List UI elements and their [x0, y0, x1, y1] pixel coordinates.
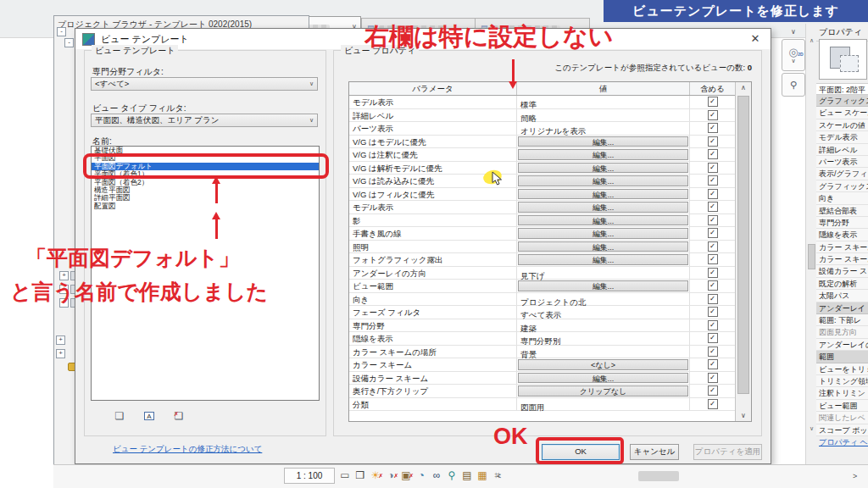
template-list-item[interactable]: 配置図 [92, 202, 319, 210]
property-row[interactable]: 照明編集...✓ [349, 241, 735, 254]
include-checkbox[interactable]: ✓ [708, 215, 718, 225]
header-include[interactable]: 含める [690, 82, 735, 95]
shadows-off-icon[interactable]: ◑✗ [385, 469, 397, 482]
glasses-icon[interactable]: ∞ [431, 469, 442, 482]
rename-template-icon[interactable]: A [143, 410, 155, 422]
property-row[interactable]: フォトグラフィック露出編集...✓ [349, 253, 735, 267]
visual-style-icon[interactable]: ▭ [339, 469, 351, 482]
edit-button[interactable]: クリップなし [518, 385, 688, 396]
zoom-tool[interactable]: ⚲ [782, 73, 805, 97]
include-checkbox[interactable]: ✓ [708, 333, 718, 343]
include-checkbox[interactable]: ✓ [708, 202, 718, 212]
palette-property-row[interactable]: 範囲: 下部レ [816, 314, 868, 326]
property-row[interactable]: 影編集...✓ [349, 214, 735, 228]
edit-button[interactable]: 編集... [518, 136, 688, 147]
edit-button[interactable]: 編集... [518, 215, 688, 226]
palette-property-row[interactable]: パーツ表示 [816, 156, 868, 168]
palette-property-row[interactable]: 注釈トリミン [816, 387, 868, 399]
palette-property-row[interactable]: 壁結合部表 [816, 205, 868, 217]
duplicate-template-icon[interactable]: ❏ [114, 410, 125, 422]
displacement-icon[interactable]: ▦ [476, 469, 488, 482]
help-link[interactable]: ビュー テンプレートの修正方法について [113, 444, 262, 455]
palette-property-row[interactable]: 専門分野 [816, 217, 868, 229]
close-icon[interactable]: ✕ [748, 32, 762, 45]
include-checkbox[interactable]: ✓ [708, 241, 718, 252]
include-checkbox[interactable]: ✓ [708, 399, 718, 409]
tree-collapse-icon[interactable]: - [64, 38, 74, 47]
property-row[interactable]: 隠線を表示専門分野別✓ [349, 332, 735, 346]
property-row[interactable]: V/G はフィルタに優先編集...✓ [349, 188, 735, 202]
property-row[interactable]: モデル表示編集...✓ [349, 201, 735, 214]
steering-wheel-tool[interactable]: ◎2D ∨ [782, 39, 805, 71]
include-checkbox[interactable]: ✓ [708, 347, 718, 357]
property-row[interactable]: パーツ表示オリジナルを表示✓ [349, 122, 735, 136]
include-checkbox[interactable]: ✓ [708, 385, 718, 396]
palette-property-row[interactable]: 関連したレベ [816, 412, 868, 424]
palette-property-row[interactable]: トリミング領域 [816, 375, 868, 387]
collapse-left-icon[interactable]: < [497, 472, 501, 480]
palette-property-row[interactable]: グラフィックス [816, 180, 868, 192]
include-checkbox[interactable]: ✓ [708, 149, 718, 159]
delete-template-icon[interactable]: ❏✗ [173, 410, 185, 422]
palette-property-row[interactable]: カラー スキーム [816, 253, 868, 265]
hide-isolate-icon[interactable]: ◔ [415, 469, 427, 482]
sun-path-off-icon[interactable]: ☀✗ [370, 469, 381, 482]
header-value[interactable]: 値 [517, 82, 690, 95]
palette-property-row[interactable]: ビュー範囲 [816, 400, 868, 412]
palette-property-row[interactable]: 太陽パス [816, 290, 868, 302]
include-checkbox[interactable]: ✓ [708, 110, 718, 120]
edit-button[interactable]: 編集... [518, 202, 688, 213]
include-checkbox[interactable]: ✓ [708, 294, 718, 304]
palette-property-row[interactable]: 隠線を表示 [816, 229, 868, 241]
include-checkbox[interactable]: ✓ [708, 254, 718, 264]
scroll-thumb[interactable] [808, 244, 815, 269]
palette-property-row[interactable]: 設備カラー ス [816, 265, 868, 277]
property-row[interactable]: 詳細レベル簡略✓ [349, 109, 735, 123]
temporary-view-icon[interactable]: ▤ [461, 469, 473, 482]
tree-expand-icon[interactable]: + [56, 336, 65, 345]
table-scrollbar[interactable]: ∧ ∨ [735, 82, 751, 421]
template-list-item[interactable]: 詳細平面図 [92, 194, 319, 202]
tree-expand-icon[interactable]: + [56, 349, 65, 358]
property-row[interactable]: 手書き風の線編集...✓ [349, 227, 735, 241]
include-checkbox[interactable]: ✓ [708, 320, 718, 330]
include-checkbox[interactable]: ✓ [708, 280, 718, 291]
include-checkbox[interactable]: ✓ [708, 97, 718, 107]
viewtype-filter-select[interactable]: 平面図、構造伏図、エリア プラン ∨ [91, 114, 318, 127]
edit-button[interactable]: 編集... [518, 254, 688, 265]
palette-property-row[interactable]: ビュー スケール [816, 107, 868, 119]
header-parameter[interactable]: パラメータ [349, 82, 517, 95]
palette-property-row[interactable]: スコープ ボッ [816, 424, 868, 436]
property-row[interactable]: V/G はモデルに優先編集...✓ [349, 136, 735, 149]
properties-help-link[interactable]: プロパティ ヘル [816, 436, 868, 448]
property-row[interactable]: 奥行き/下方クリップクリップなし✓ [349, 385, 735, 398]
property-row[interactable]: V/G は読み込みに優先編集...✓ [349, 175, 735, 188]
edit-button[interactable]: <なし> [518, 359, 688, 370]
palette-property-row[interactable]: 表示/グラフィ [816, 168, 868, 180]
palette-property-row[interactable]: アンダーレイの [816, 339, 868, 351]
edit-button[interactable]: 編集... [518, 373, 688, 384]
tree-collapse-icon[interactable]: - [57, 27, 66, 36]
include-checkbox[interactable]: ✓ [708, 123, 718, 133]
palette-property-row[interactable]: 詳細レベル [816, 144, 868, 156]
property-row[interactable]: V/G は注釈に優先編集...✓ [349, 148, 735, 162]
palette-property-row[interactable]: スケールの値 [816, 119, 868, 131]
property-row[interactable]: 設備カラー スキーム編集...✓ [349, 372, 735, 385]
palette-property-row[interactable]: カラー スキーム [816, 241, 868, 253]
include-checkbox[interactable]: ✓ [708, 307, 718, 317]
edit-button[interactable]: 編集... [518, 189, 688, 200]
apply-properties-button[interactable]: プロパティを適用 [693, 444, 762, 460]
edit-button[interactable]: 編集... [518, 175, 688, 186]
property-row[interactable]: ビュー範囲編集...✓ [349, 280, 735, 293]
scroll-thumb[interactable] [737, 96, 749, 394]
cancel-button[interactable]: キャンセル [630, 444, 679, 460]
include-checkbox[interactable]: ✓ [708, 359, 718, 369]
crop-view-off-icon[interactable]: ▣✗ [400, 469, 412, 482]
scroll-up-icon[interactable]: ∧ [736, 84, 751, 92]
scroll-down-icon[interactable]: ∨ [736, 412, 751, 419]
include-checkbox[interactable]: ✓ [708, 228, 718, 238]
edit-button[interactable]: 編集... [518, 163, 688, 174]
edit-button[interactable]: 編集... [518, 149, 688, 160]
property-row[interactable]: アンダーレイの方向見下げ✓ [349, 267, 735, 280]
property-row[interactable]: フェーズ フィルタすべて表示✓ [349, 306, 735, 319]
